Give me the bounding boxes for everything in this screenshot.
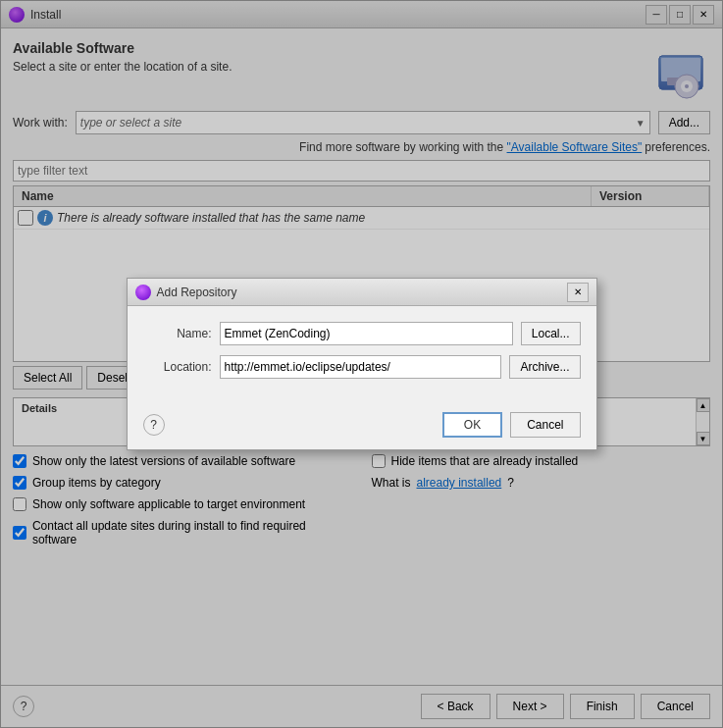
name-row: Name: Local...	[143, 322, 581, 345]
modal-icon	[135, 285, 151, 300]
archive-button[interactable]: Archive...	[509, 355, 580, 379]
modal-title-bar: Add Repository ✕	[128, 279, 596, 306]
modal-close-button[interactable]: ✕	[567, 283, 589, 302]
modal-overlay: Add Repository ✕ Name: Local... Location…	[0, 0, 723, 728]
location-label: Location:	[143, 360, 212, 374]
local-button[interactable]: Local...	[521, 322, 581, 345]
modal-cancel-button[interactable]: Cancel	[510, 412, 580, 438]
name-input[interactable]	[220, 322, 513, 345]
add-repository-dialog: Add Repository ✕ Name: Local... Location…	[127, 278, 597, 450]
modal-title: Add Repository	[157, 286, 567, 299]
modal-ok-button[interactable]: OK	[442, 412, 502, 438]
modal-footer: ? OK Cancel	[128, 404, 596, 449]
name-label: Name:	[143, 327, 212, 340]
modal-body: Name: Local... Location: Archive...	[128, 306, 596, 404]
modal-eclipse-icon	[135, 285, 151, 300]
location-input[interactable]	[220, 355, 502, 379]
location-row: Location: Archive...	[143, 355, 581, 379]
modal-help-button[interactable]: ?	[143, 414, 165, 436]
